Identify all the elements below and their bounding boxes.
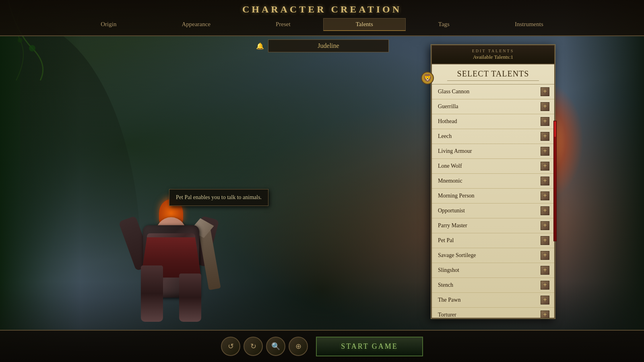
svg-point-0 — [29, 45, 35, 51]
talent-name-mnemonic: Mnemonic — [438, 178, 462, 184]
talent-name-stench: Stench — [438, 282, 453, 288]
add-mnemonic-button[interactable]: + — [541, 177, 549, 185]
list-item[interactable]: Living Armour + — [432, 144, 554, 159]
name-icon: 🔔 — [255, 41, 265, 51]
bottom-icons-group: ↺ ↻ 🔍 ⊕ — [221, 337, 308, 356]
talent-name-glass-cannon: Glass Cannon — [438, 88, 469, 95]
list-item[interactable]: Morning Person + — [432, 189, 554, 204]
talent-name-leech: Leech — [438, 133, 452, 140]
add-savage-sortilege-button[interactable]: + — [541, 251, 549, 260]
add-lone-wolf-button[interactable]: + — [541, 162, 549, 171]
list-item[interactable]: Savage Sortilege + — [432, 248, 554, 263]
add-guerrilla-button[interactable]: + — [541, 102, 549, 111]
add-torturer-button[interactable]: + — [541, 311, 549, 318]
tab-origin[interactable]: Origin — [68, 18, 149, 31]
list-item[interactable]: Lone Wolf + — [432, 159, 554, 174]
add-pet-pal-button[interactable]: + — [541, 236, 549, 245]
talents-list[interactable]: Glass Cannon + Guerrilla + Hothead + Lee… — [432, 84, 554, 318]
add-slingshot-button[interactable]: + — [541, 266, 549, 275]
add-stench-button[interactable]: + — [541, 281, 549, 290]
add-morning-person-button[interactable]: + — [541, 191, 549, 200]
talent-name-torturer: Torturer — [438, 312, 456, 318]
list-item[interactable]: Torturer + — [432, 308, 554, 318]
bottom-bar: ↺ ↻ 🔍 ⊕ START GAME — [0, 330, 644, 362]
list-item[interactable]: Parry Master + — [432, 218, 554, 233]
list-item[interactable]: Leech + — [432, 129, 554, 144]
list-item[interactable]: Glass Cannon + — [432, 84, 554, 99]
red-scrollbar[interactable] — [553, 121, 557, 241]
character-name-input[interactable] — [268, 39, 389, 52]
add-living-armour-button[interactable]: + — [541, 147, 549, 156]
camera-button[interactable]: ⊕ — [289, 337, 308, 356]
talent-name-the-pawn: The Pawn — [438, 297, 460, 303]
talent-name-hothead: Hothead — [438, 118, 457, 125]
list-item[interactable]: Mnemonic + — [432, 174, 554, 189]
add-parry-master-button[interactable]: + — [541, 221, 549, 230]
list-item[interactable]: Opportunist + — [432, 204, 554, 218]
talent-name-living-armour: Living Armour — [438, 148, 472, 154]
talent-name-opportunist: Opportunist — [438, 208, 465, 214]
scrollbar-thumb[interactable] — [554, 121, 556, 137]
rotate-right-button[interactable]: ↻ — [244, 337, 263, 356]
rotate-left-button[interactable]: ↺ — [221, 337, 240, 356]
talent-name-savage-sortilege: Savage Sortilege — [438, 252, 476, 259]
available-talents-count: Available Talents:1 — [436, 54, 550, 60]
character-leg-right — [179, 274, 201, 322]
character-leg-left — [141, 265, 163, 322]
talent-name-pet-pal: Pet Pal — [438, 237, 454, 244]
talent-name-morning-person: Morning Person — [438, 193, 475, 199]
panel-header: EDIT TALENTS Available Talents:1 — [432, 45, 554, 64]
list-item[interactable]: The Pawn + — [432, 293, 554, 308]
tab-instruments[interactable]: Instruments — [482, 18, 576, 31]
character-container — [60, 48, 282, 322]
lion-emblem: 🦁 — [421, 72, 434, 84]
list-item[interactable]: Stench + — [432, 278, 554, 293]
character-figure — [95, 72, 248, 322]
tab-talents[interactable]: Talents — [323, 18, 406, 31]
talent-name-parry-master: Parry Master — [438, 222, 467, 229]
name-container: 🔔 — [255, 39, 389, 52]
talents-panel: EDIT TALENTS Available Talents:1 SELECT … — [431, 44, 555, 319]
talent-name-lone-wolf: Lone Wolf — [438, 163, 462, 169]
list-item[interactable]: Slingshot + — [432, 263, 554, 278]
page-title: CHARACTER CREATION — [242, 4, 402, 15]
zoom-button[interactable]: 🔍 — [266, 337, 285, 356]
list-item[interactable]: Pet Pal + — [432, 233, 554, 248]
list-item[interactable]: Guerrilla + — [432, 99, 554, 114]
add-leech-button[interactable]: + — [541, 132, 549, 141]
add-glass-cannon-button[interactable]: + — [541, 87, 549, 96]
top-bar: CHARACTER CREATION Origin Appearance Pre… — [0, 0, 644, 36]
tab-tags[interactable]: Tags — [406, 18, 482, 31]
add-hothead-button[interactable]: + — [541, 117, 549, 126]
add-the-pawn-button[interactable]: + — [541, 296, 549, 304]
svg-point-1 — [18, 38, 23, 43]
edit-talents-label: EDIT TALENTS — [436, 49, 550, 53]
talent-name-guerrilla: Guerrilla — [438, 103, 458, 110]
tab-preset[interactable]: Preset — [243, 18, 323, 31]
title-divider — [447, 80, 539, 81]
list-item[interactable]: Hothead + — [432, 114, 554, 129]
nav-tabs: Origin Appearance Preset Talents Tags In… — [0, 18, 644, 31]
tab-appearance[interactable]: Appearance — [149, 18, 243, 31]
talent-name-slingshot: Slingshot — [438, 267, 459, 274]
select-talents-title: SELECT TALENTS — [436, 69, 550, 78]
start-game-button[interactable]: START GAME — [316, 337, 423, 356]
add-opportunist-button[interactable]: + — [541, 206, 549, 215]
panel-title-section: SELECT TALENTS — [432, 64, 554, 84]
